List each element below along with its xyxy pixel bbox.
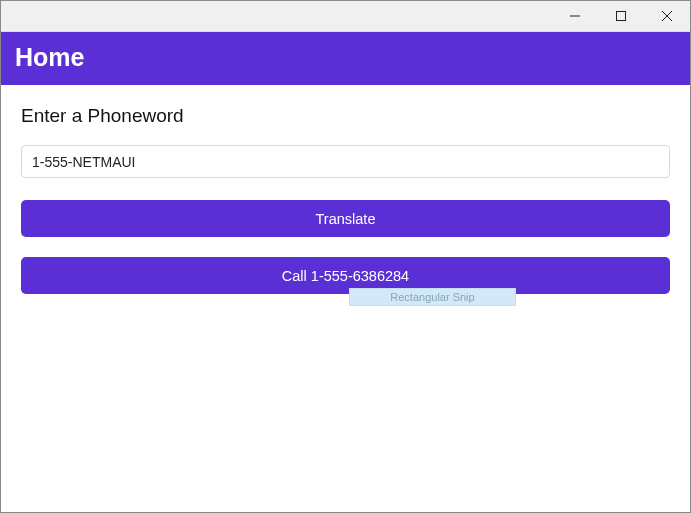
close-icon	[662, 11, 672, 21]
snip-tooltip: Rectangular Snip	[349, 288, 516, 306]
close-button[interactable]	[644, 1, 690, 32]
translate-button[interactable]: Translate	[21, 200, 670, 237]
maximize-button[interactable]	[598, 1, 644, 32]
phoneword-label: Enter a Phoneword	[21, 105, 670, 127]
app-header: Home	[1, 32, 690, 85]
minimize-button[interactable]	[552, 1, 598, 32]
page-title: Home	[15, 43, 676, 72]
svg-rect-1	[617, 12, 626, 21]
phoneword-input[interactable]	[21, 145, 670, 178]
minimize-icon	[570, 11, 580, 21]
call-button[interactable]: Call 1-555-6386284	[21, 257, 670, 294]
maximize-icon	[616, 11, 626, 21]
main-content: Enter a Phoneword Translate Call 1-555-6…	[1, 85, 690, 334]
window-titlebar	[1, 1, 690, 32]
